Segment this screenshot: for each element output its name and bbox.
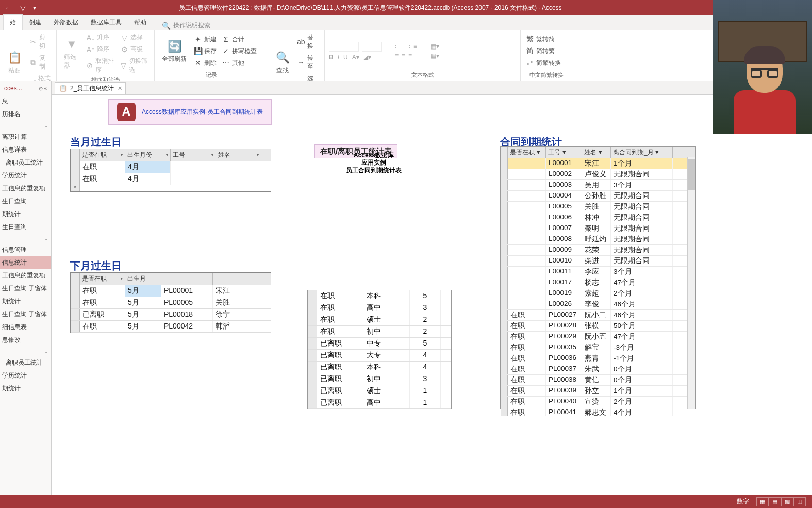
conv-button[interactable]: ⇄简繁转换 bbox=[525, 58, 562, 69]
filter-button[interactable]: ▼筛选器 bbox=[61, 35, 82, 72]
table-row[interactable]: L00011李应3个月 bbox=[501, 267, 695, 277]
replace-button[interactable]: ab替换 bbox=[296, 32, 320, 52]
back-icon[interactable]: ← bbox=[4, 4, 12, 12]
subform-contract[interactable]: 是否在职 ▾ 工号 ▾ 姓名 ▾ 离合同到期_月 ▾ L00001宋江1个月L0… bbox=[500, 146, 696, 409]
scrollbar[interactable] bbox=[687, 157, 695, 409]
nav-item[interactable]: 生日查询 子窗体 bbox=[0, 282, 51, 295]
table-row[interactable]: 已离职高中1 bbox=[308, 397, 451, 409]
goto-button[interactable]: →转至 bbox=[296, 53, 320, 72]
nav-item[interactable]: 历排名 bbox=[0, 108, 51, 121]
nav-item[interactable]: 信息管理 bbox=[0, 243, 51, 256]
nav-group-toggle[interactable]: ⌄ bbox=[0, 234, 51, 243]
nav-collapse-icon[interactable]: ⊙ « bbox=[39, 86, 47, 91]
nav-item[interactable]: 信息统计 bbox=[0, 256, 51, 269]
asc-button[interactable]: A↓升序 bbox=[86, 32, 117, 43]
scrollbar-thumb[interactable] bbox=[688, 159, 695, 190]
table-row[interactable]: 在职PL00041郝思文4个月 bbox=[501, 407, 695, 416]
table-row[interactable]: 已离职硕士1 bbox=[308, 385, 451, 397]
table-row[interactable]: L00007秦明无限期合同 bbox=[501, 223, 695, 234]
desc-button[interactable]: A↑降序 bbox=[86, 44, 117, 55]
spell-button[interactable]: ✓拼写检查 bbox=[221, 46, 258, 57]
table-row[interactable]: 已离职大专4 bbox=[308, 350, 451, 362]
save-button[interactable]: 💾保存 bbox=[193, 46, 218, 57]
nav-item[interactable]: 学历统计 bbox=[0, 169, 51, 182]
copy-button[interactable]: ⧉复制 bbox=[28, 53, 52, 72]
nav-item[interactable]: 信息详表 bbox=[0, 143, 51, 156]
table-row[interactable]: L00019索超2个月 bbox=[501, 288, 695, 299]
table-row[interactable]: 在职5月PL00001宋江 bbox=[71, 285, 271, 297]
table-row[interactable]: L00017杨志47个月 bbox=[501, 277, 695, 288]
table-row[interactable]: 在职PL00037朱武0个月 bbox=[501, 364, 695, 375]
nav-item[interactable]: 工信息的重复项 bbox=[0, 182, 51, 195]
new-row[interactable] bbox=[71, 185, 271, 191]
view-design-button[interactable]: ◫ bbox=[793, 497, 806, 506]
new-button[interactable]: ✦新建 bbox=[193, 34, 218, 45]
table-row[interactable]: 在职PL00029阮小五47个月 bbox=[501, 332, 695, 342]
nav-item[interactable]: 生日查询 子窗体 bbox=[0, 308, 51, 321]
cut-button[interactable]: ✂剪切 bbox=[28, 32, 52, 52]
table-row[interactable]: L00006林冲无限期合同 bbox=[501, 212, 695, 223]
table-row[interactable]: 在职PL00038黄信0个月 bbox=[501, 375, 695, 386]
clearsort-button[interactable]: ⊘取消排序 bbox=[86, 56, 117, 75]
table-row[interactable]: 在职PL00040宣赞2个月 bbox=[501, 397, 695, 407]
nav-item[interactable]: 期统计 bbox=[0, 208, 51, 221]
table-row[interactable]: 已离职5月PL00018徐宁 bbox=[71, 309, 271, 321]
nav-item[interactable]: 离职计算 bbox=[0, 130, 51, 143]
table-row[interactable]: L00009花荣无限期合同 bbox=[501, 245, 695, 256]
table-row[interactable]: L00003吴用3个月 bbox=[501, 180, 695, 191]
subform-birthday-this[interactable]: 是否在职▾ 出生月份▾ 工号▾ 姓名▾ 在职4月在职4月 bbox=[70, 149, 271, 192]
delete-button[interactable]: ✕删除 bbox=[193, 58, 218, 69]
table-row[interactable]: 在职本科5 bbox=[308, 290, 451, 302]
tab-dbtools[interactable]: 数据库工具 bbox=[85, 15, 128, 30]
advanced-button[interactable]: ⚙高级 bbox=[119, 44, 150, 55]
tab-help[interactable]: 帮助 bbox=[128, 15, 153, 30]
view-layout-button[interactable]: ▧ bbox=[781, 497, 793, 506]
table-row[interactable]: 在职高中3 bbox=[308, 302, 451, 314]
table-row[interactable]: L00001宋江1个月 bbox=[501, 158, 695, 169]
nav-item[interactable]: 生日查询 bbox=[0, 221, 51, 234]
tab-external[interactable]: 外部数据 bbox=[47, 15, 85, 30]
table-row[interactable]: 已离职初中3 bbox=[308, 373, 451, 385]
table-row[interactable]: 在职PL00036燕青-1个月 bbox=[501, 353, 695, 364]
table-row[interactable]: L00008呼延灼无限期合同 bbox=[501, 234, 695, 245]
select-button[interactable]: ▽选择 bbox=[119, 32, 150, 43]
paste-button[interactable]: 📋粘贴 bbox=[4, 48, 25, 77]
nav-pane[interactable]: cces...⊙ « 息历排名⌄离职计算信息详表_离职员工统计学历统计工信息的重… bbox=[0, 81, 52, 495]
nav-item[interactable]: 细信息表 bbox=[0, 321, 51, 334]
view-datasheet-button[interactable]: ▤ bbox=[769, 497, 781, 506]
table-row[interactable]: 已离职中专5 bbox=[308, 338, 451, 350]
refresh-button[interactable]: 🔄全部刷新 bbox=[159, 37, 190, 65]
nav-item[interactable]: 生日查询 bbox=[0, 195, 51, 208]
table-row[interactable]: L00026李俊46个月 bbox=[501, 299, 695, 310]
find-button[interactable]: 🔍查找 bbox=[272, 48, 293, 77]
table-row[interactable]: 在职5月PL00005关胜 bbox=[71, 297, 271, 309]
table-row[interactable]: 在职PL00039孙立1个月 bbox=[501, 386, 695, 397]
nav-group-toggle[interactable]: ⌄ bbox=[0, 347, 51, 356]
view-form-button[interactable]: ▦ bbox=[756, 497, 769, 506]
nav-group-toggle[interactable]: ⌄ bbox=[0, 121, 51, 130]
table-row[interactable]: 在职PL00035解宝-3个月 bbox=[501, 342, 695, 353]
document-tab[interactable]: 📋 2_员工信息统计 ✕ bbox=[55, 82, 126, 94]
nav-item[interactable]: _离职员工统计 bbox=[0, 356, 51, 369]
table-row[interactable]: L00004公孙胜无限期合同 bbox=[501, 191, 695, 202]
tab-create[interactable]: 创建 bbox=[23, 15, 47, 30]
table-row[interactable]: 在职PL00028张横50个月 bbox=[501, 321, 695, 332]
nav-item[interactable]: 期统计 bbox=[0, 295, 51, 308]
ribbon-search[interactable]: 🔍 操作说明搜索 bbox=[162, 21, 210, 30]
table-row[interactable]: 在职初中2 bbox=[308, 326, 451, 338]
filter-icon[interactable]: ▽ bbox=[19, 4, 27, 12]
nav-item[interactable]: _离职员工统计 bbox=[0, 156, 51, 169]
table-row[interactable]: L00002卢俊义无限期合同 bbox=[501, 169, 695, 180]
s2t-button[interactable]: 简简转繁 bbox=[525, 46, 562, 57]
toggle-button[interactable]: ▽切换筛选 bbox=[119, 56, 150, 75]
table-row[interactable]: 在职4月 bbox=[71, 161, 271, 173]
table-row[interactable]: L00010柴进无限期合同 bbox=[501, 256, 695, 267]
subform-birthday-next[interactable]: 是否在职▾ 出生月 在职5月PL00001宋江在职5月PL00005关胜已离职5… bbox=[70, 272, 271, 333]
totals-button[interactable]: Σ合计 bbox=[221, 34, 258, 45]
nav-item[interactable]: 息修改 bbox=[0, 334, 51, 347]
table-row[interactable]: 在职5月PL00042韩滔 bbox=[71, 321, 271, 333]
table-row[interactable]: 在职4月 bbox=[71, 173, 271, 185]
close-tab-icon[interactable]: ✕ bbox=[118, 85, 122, 92]
table-row[interactable]: 在职PL00027阮小二46个月 bbox=[501, 310, 695, 321]
table-row[interactable]: 已离职本科4 bbox=[308, 362, 451, 373]
